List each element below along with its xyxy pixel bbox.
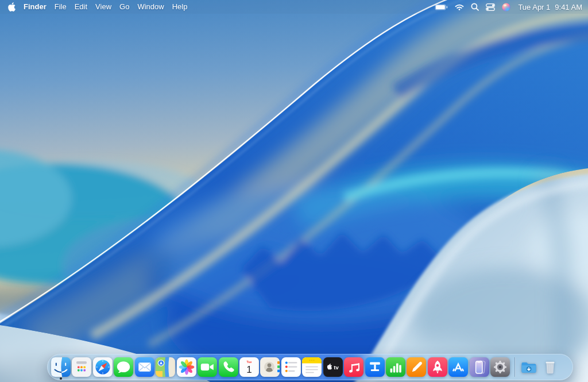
apple-menu[interactable] (8, 2, 16, 11)
desktop: Finder File Edit View Go Window Help (0, 0, 588, 382)
menu-file[interactable]: File (51, 0, 71, 14)
dock-item-tv[interactable]: tv (323, 357, 343, 377)
dock-item-finder[interactable] (51, 357, 71, 377)
dock: Tue 1 (47, 354, 573, 380)
menu-edit[interactable]: Edit (71, 0, 91, 14)
dock-item-facetime[interactable] (198, 357, 217, 377)
dock-item-notes[interactable] (302, 357, 322, 377)
dock-item-mail[interactable] (135, 357, 154, 377)
dock-item-phone[interactable] (219, 357, 238, 377)
svg-text:1: 1 (246, 364, 252, 375)
dock-item-downloads[interactable] (519, 357, 539, 377)
apple-logo-icon (8, 2, 16, 11)
svg-text:Tue: Tue (247, 360, 252, 364)
menu-view[interactable]: View (91, 0, 115, 14)
dock-item-system-settings[interactable] (490, 357, 510, 377)
dock-item-numbers[interactable] (386, 357, 405, 377)
dock-item-pages[interactable] (407, 357, 426, 377)
dock-item-safari[interactable] (93, 357, 113, 377)
menu-go[interactable]: Go (115, 0, 133, 14)
wifi-icon[interactable] (451, 3, 467, 10)
status-area: Tue Apr 19:41 AM (431, 3, 582, 11)
dock-item-contacts[interactable] (260, 357, 280, 377)
menu-bar: Finder File Edit View Go Window Help (0, 0, 588, 14)
dock-item-calendar[interactable]: Tue 1 (239, 357, 259, 377)
dock-item-app-store[interactable] (448, 357, 468, 377)
menu-finder[interactable]: Finder (20, 0, 51, 14)
svg-text:tv: tv (334, 364, 339, 371)
dock-item-launchpad[interactable] (72, 357, 91, 377)
dock-item-reminders[interactable] (281, 357, 301, 377)
menu-help[interactable]: Help (168, 0, 192, 14)
clock-date: Tue Apr 1 (518, 3, 550, 11)
dock-item-iphone-mirroring[interactable] (470, 357, 489, 377)
app-menus: Finder File Edit View Go Window Help (20, 0, 191, 14)
search-icon[interactable] (467, 3, 482, 11)
dock-item-messages[interactable] (114, 357, 133, 377)
dock-item-trash[interactable] (540, 357, 560, 377)
desktop-wallpaper (0, 0, 588, 382)
dock-item-keynote[interactable] (365, 357, 385, 377)
siri-icon[interactable] (498, 3, 514, 11)
dock-item-maps[interactable] (156, 357, 175, 377)
menu-window[interactable]: Window (133, 0, 168, 14)
dock-divider (514, 357, 515, 377)
running-indicator (60, 377, 62, 380)
dock-item-music[interactable] (344, 357, 363, 377)
battery-icon[interactable] (431, 4, 451, 10)
control-center-icon[interactable] (482, 3, 498, 11)
menu-bar-clock[interactable]: Tue Apr 19:41 AM (514, 3, 582, 11)
dock-item-photos[interactable] (177, 357, 196, 377)
clock-time: 9:41 AM (555, 3, 582, 11)
dock-item-games[interactable] (428, 357, 447, 377)
